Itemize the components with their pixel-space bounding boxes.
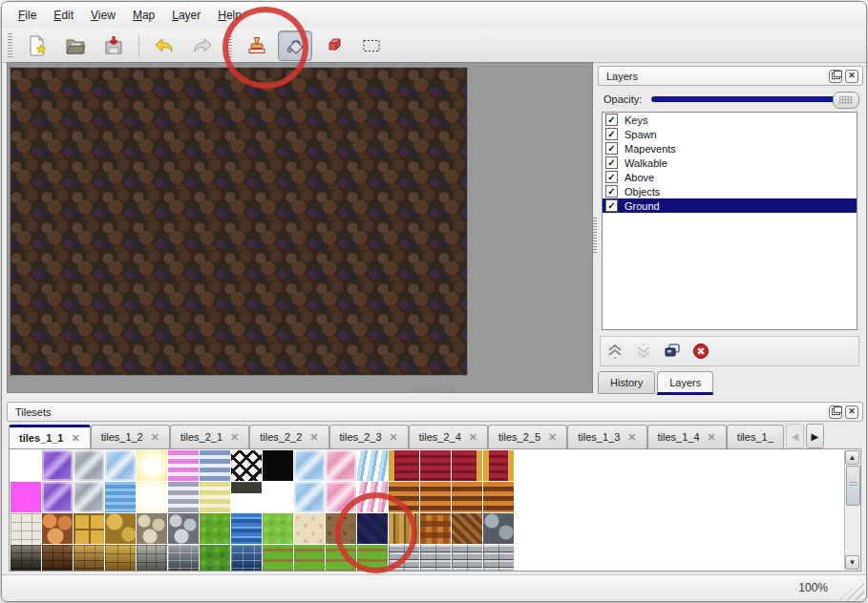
tile-curtain-gold-both[interactable] xyxy=(483,450,514,481)
tile-glow-yellow[interactable] xyxy=(137,450,167,481)
layer-row-keys[interactable]: ✓Keys xyxy=(603,113,857,127)
tile-glass-purple[interactable] xyxy=(42,450,73,481)
save-map-button[interactable] xyxy=(96,31,131,61)
menu-map[interactable]: Map xyxy=(124,5,163,26)
tile-stripes-orange[interactable] xyxy=(420,482,451,512)
float-panel-button[interactable] xyxy=(829,70,842,83)
tile-stone-gold[interactable] xyxy=(105,513,136,544)
tile-glass-blue[interactable] xyxy=(294,450,325,481)
tab-close-icon[interactable]: ✕ xyxy=(708,431,716,444)
redo-button[interactable] xyxy=(185,31,220,61)
tile-planks[interactable] xyxy=(389,545,419,572)
tile-wall-brown[interactable] xyxy=(42,545,73,572)
layer-visibility-checkbox[interactable]: ✓ xyxy=(605,199,618,212)
tile-wall-dark[interactable] xyxy=(11,545,41,572)
scroll-up-button[interactable]: ▲ xyxy=(845,450,859,465)
tab-close-icon[interactable]: ✕ xyxy=(469,431,477,444)
tile-glass-purple[interactable] xyxy=(42,482,73,512)
tileset-tab-tiles_1[interactable]: tiles_1_ xyxy=(727,425,784,448)
tile-stripes-blue[interactable] xyxy=(200,450,230,481)
tile-sand[interactable] xyxy=(294,513,325,544)
dock-tab-history[interactable]: History xyxy=(598,371,655,394)
tile-planks[interactable] xyxy=(483,545,514,572)
tileset-tab-tiles_1_4[interactable]: tiles_1_4✕ xyxy=(647,425,727,448)
tile-grasspath[interactable] xyxy=(263,545,293,572)
layer-row-ground[interactable]: ✓Ground xyxy=(603,198,857,213)
palette-scrollbar[interactable]: ▲ ▼ xyxy=(844,450,859,570)
opacity-slider-handle[interactable] xyxy=(833,92,859,109)
layer-visibility-checkbox[interactable]: ✓ xyxy=(605,171,618,183)
tile-stripes-orange[interactable] xyxy=(483,482,514,512)
map-ground-layer[interactable] xyxy=(11,68,467,375)
tile-empty[interactable] xyxy=(11,450,41,481)
tile-stones-gray[interactable] xyxy=(483,513,514,544)
tile-ribbon-pink[interactable] xyxy=(357,482,388,512)
tileset-tab-tiles_1_3[interactable]: tiles_1_3✕ xyxy=(567,425,646,448)
tile-curtain-gold-left[interactable] xyxy=(389,450,419,481)
tile-glass-pink[interactable] xyxy=(326,482,356,512)
tab-close-icon[interactable]: ✕ xyxy=(309,431,318,444)
tile-grasspath[interactable] xyxy=(294,545,325,572)
layer-visibility-checkbox[interactable]: ✓ xyxy=(605,156,618,169)
tileset-tab-tiles_1_2[interactable]: tiles_1_2✕ xyxy=(91,425,170,448)
tile-wall-tan[interactable] xyxy=(74,545,104,572)
tile-glass-gray[interactable] xyxy=(74,450,104,481)
close-tilesets-button[interactable]: ✕ xyxy=(845,405,858,419)
scrollbar-thumb[interactable] xyxy=(846,466,860,506)
tile-glass-gray[interactable] xyxy=(74,482,104,512)
tile-stripes-pink[interactable] xyxy=(168,450,199,481)
tile-sign[interactable] xyxy=(231,482,262,512)
eraser-tool-button[interactable] xyxy=(316,31,350,61)
layer-row-above[interactable]: ✓Above xyxy=(603,170,857,184)
tile-navy[interactable] xyxy=(357,513,388,544)
menu-layer[interactable]: Layer xyxy=(163,5,209,26)
layer-visibility-checkbox[interactable]: ✓ xyxy=(605,114,618,126)
tileset-tab-tiles_2_5[interactable]: tiles_2_5✕ xyxy=(488,425,567,448)
tile-tiles-gold[interactable] xyxy=(74,513,104,544)
tileset-tab-tiles_1_1[interactable]: tiles_1_1✕ xyxy=(9,425,91,448)
float-tilesets-button[interactable] xyxy=(829,405,842,419)
tile-water[interactable] xyxy=(105,482,136,512)
tab-close-icon[interactable]: ✕ xyxy=(71,432,79,445)
layer-row-objects[interactable]: ✓Objects xyxy=(603,184,857,198)
tile-glass-blue[interactable] xyxy=(294,482,325,512)
tile-planks[interactable] xyxy=(452,545,482,572)
tile-black[interactable] xyxy=(263,450,293,481)
tile-wall-blue[interactable] xyxy=(231,545,262,572)
tile-cobble-orange[interactable] xyxy=(42,513,73,544)
tile-bamboo[interactable] xyxy=(389,513,419,544)
tile-wall-cobble[interactable] xyxy=(137,545,167,572)
tab-scroll-right-button[interactable]: ▶ xyxy=(806,424,824,448)
lower-layer-button[interactable] xyxy=(629,339,658,364)
tile-grasspath[interactable] xyxy=(326,545,356,572)
layer-visibility-checkbox[interactable]: ✓ xyxy=(605,128,618,140)
tile-curtain[interactable] xyxy=(420,450,451,481)
toolbar-grip-2[interactable] xyxy=(227,33,232,58)
tab-close-icon[interactable]: ✕ xyxy=(230,431,239,444)
layer-visibility-checkbox[interactable]: ✓ xyxy=(605,185,618,198)
tile-glass-pink[interactable] xyxy=(326,450,356,481)
tile-basket[interactable] xyxy=(420,513,451,544)
tileset-tab-tiles_2_4[interactable]: tiles_2_4✕ xyxy=(409,425,488,448)
tab-close-icon[interactable]: ✕ xyxy=(548,431,557,444)
toolbar-grip[interactable] xyxy=(8,33,12,58)
tile-path-white[interactable] xyxy=(11,513,41,544)
tile-glow-pale[interactable] xyxy=(137,482,167,512)
tile-hedge[interactable] xyxy=(200,545,230,572)
tile-stripes-gray[interactable] xyxy=(168,482,199,512)
tab-close-icon[interactable]: ✕ xyxy=(390,431,398,444)
tile-ribbon-blue[interactable] xyxy=(357,450,388,481)
fill-tool-button[interactable] xyxy=(278,31,312,61)
tile-grasspath[interactable] xyxy=(357,545,388,572)
dock-tab-layers[interactable]: Layers xyxy=(657,371,713,395)
opacity-slider-track[interactable] xyxy=(651,96,856,102)
tileset-tab-tiles_2_2[interactable]: tiles_2_2✕ xyxy=(249,425,328,448)
tab-close-icon[interactable]: ✕ xyxy=(151,431,159,444)
tileset-tab-tiles_2_3[interactable]: tiles_2_3✕ xyxy=(329,425,409,448)
tile-magenta[interactable] xyxy=(11,482,41,512)
tile-curtain-gold-right[interactable] xyxy=(452,450,482,481)
menu-file[interactable]: File xyxy=(10,5,45,26)
horizontal-splitter-handle[interactable] xyxy=(413,386,455,391)
vertical-splitter-handle[interactable] xyxy=(592,218,597,254)
delete-layer-button[interactable] xyxy=(687,339,715,364)
